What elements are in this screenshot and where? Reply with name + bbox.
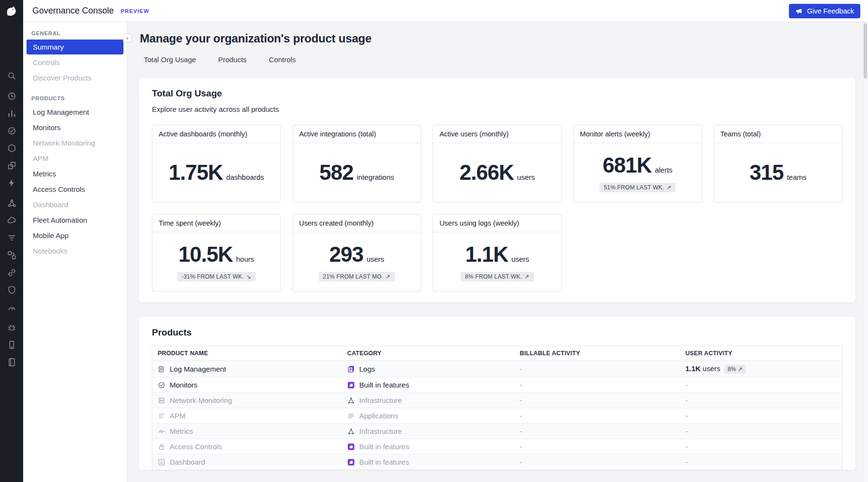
stat-title: Users created (monthly) <box>293 214 420 232</box>
stat-body: 10.5Khours-31% FROM LAST WK. ↘ <box>152 232 280 291</box>
stat-title: Monitor alerts (weekly) <box>574 125 702 143</box>
sidebar-item-metrics[interactable]: Metrics <box>27 166 123 181</box>
service-management-icon[interactable] <box>6 302 17 313</box>
synthetics-icon[interactable] <box>6 267 17 278</box>
user-activity-empty: - <box>685 442 688 451</box>
trend-up-icon: ↗ <box>738 366 743 373</box>
integrations-icon[interactable] <box>6 160 17 171</box>
apm-icon[interactable] <box>6 198 17 209</box>
give-feedback-button[interactable]: Give Feedback <box>789 4 860 18</box>
scrollbar-track[interactable] <box>863 22 868 482</box>
stat-value: 2.66K <box>460 161 514 185</box>
preview-badge: PREVIEW <box>121 8 149 14</box>
product-name: Metrics <box>170 427 193 435</box>
sidebar-collapse-button[interactable] <box>123 34 132 42</box>
page-title: Manage your organization's product usage <box>140 32 855 45</box>
notebooks-icon[interactable] <box>6 357 17 368</box>
product-rail <box>0 0 23 482</box>
stat-value: 10.5K <box>178 242 232 267</box>
sidebar-item-network-monitoring: Network Monitoring <box>27 135 123 150</box>
monitors-icon[interactable] <box>6 125 17 136</box>
sidebar-item-access-controls[interactable]: Access Controls <box>27 182 123 197</box>
stat-unit: teams <box>787 173 807 181</box>
ci-icon[interactable] <box>6 250 17 261</box>
product-row-apm: APMApplications-- <box>152 408 842 424</box>
app-shell: Governance Console PREVIEW Give Feedback… <box>23 0 868 482</box>
sidebar-item-controls: Controls <box>27 55 123 70</box>
logs-icon[interactable] <box>6 232 17 243</box>
bug-icon[interactable] <box>6 322 17 333</box>
app-root: Governance Console PREVIEW Give Feedback… <box>0 0 868 482</box>
tab-products[interactable]: Products <box>218 55 246 64</box>
product-row-access-controls: Access ControlsBuilt in features-- <box>152 439 842 455</box>
product-name: Monitors <box>170 381 198 389</box>
datadog-icon <box>347 381 355 389</box>
user-activity-unit: users <box>703 364 720 373</box>
compliance-icon[interactable] <box>6 284 17 295</box>
user-activity-empty: - <box>685 381 688 389</box>
stat-unit: hours <box>236 255 255 263</box>
sidebar-item-mobile-app[interactable]: Mobile App <box>27 228 123 243</box>
sidebar-item-log-management[interactable]: Log Management <box>27 105 123 120</box>
content-row: GENERALSummaryControlsDiscover ProductsP… <box>23 22 868 482</box>
trend-badge: 21% FROM LAST MO. ↗ <box>319 272 395 281</box>
billable-activity: - <box>520 458 522 466</box>
search-icon[interactable] <box>6 70 17 81</box>
category-name: Infrastructure <box>359 427 402 435</box>
product-name: Dashboard <box>170 458 205 466</box>
trend-up-icon: ↗ <box>525 273 529 280</box>
history-icon[interactable] <box>6 91 17 102</box>
logs-icon <box>347 365 355 373</box>
scrollbar-thumb[interactable] <box>864 23 867 79</box>
category-name: Built in features <box>359 442 409 451</box>
infrastructure-icon[interactable] <box>6 143 17 154</box>
stat-title: Teams (total) <box>714 125 842 143</box>
billable-activity: - <box>520 442 522 451</box>
sidebar-item-monitors[interactable]: Monitors <box>27 120 123 135</box>
infra-icon <box>347 428 355 435</box>
metrics-icon[interactable] <box>6 108 17 119</box>
tab-controls[interactable]: Controls <box>269 55 296 64</box>
stat-unit: users <box>366 255 384 263</box>
tab-total-org-usage[interactable]: Total Org Usage <box>144 55 196 64</box>
trend-badge: -31% FROM LAST WK. ↘ <box>177 272 256 281</box>
product-row-network-monitoring: Network MonitoringInfrastructure-- <box>152 393 842 408</box>
stat-body: 1.75Kdashboards <box>152 143 280 202</box>
product-row-monitors[interactable]: MonitorsBuilt in features-- <box>152 377 842 393</box>
events-icon[interactable] <box>6 177 17 188</box>
products-card: Products PRODUCT NAMECATEGORYBILLABLE AC… <box>139 317 855 470</box>
datadog-logo-icon[interactable] <box>0 0 23 22</box>
user-activity: - <box>680 439 842 455</box>
stat-title: Time spent (weekly) <box>152 214 280 232</box>
trend-badge: 8% FROM LAST WK. ↗ <box>461 272 534 281</box>
product-name: Access Controls <box>170 442 222 451</box>
user-activity: - <box>680 424 842 439</box>
stat-body: 582integrations <box>293 143 420 202</box>
user-activity-value: 1.1K <box>685 364 701 373</box>
stat-card-monitor-alerts-weekly-: Monitor alerts (weekly)681Kalerts51% FRO… <box>573 125 702 202</box>
datadog-icon <box>347 458 355 466</box>
category-name: Logs <box>359 365 375 373</box>
user-activity-empty: - <box>685 427 688 435</box>
product-name: Network Monitoring <box>170 396 232 404</box>
billable-activity: - <box>520 381 522 389</box>
product-row-log-management[interactable]: Log ManagementLogs-1.1K users8% ↗ <box>152 361 842 377</box>
column-header-user-activity: USER ACTIVITY <box>680 346 842 361</box>
dashboard-icon <box>158 458 165 466</box>
user-activity: - <box>680 455 842 470</box>
top-bar: Governance Console PREVIEW Give Feedback <box>23 0 868 22</box>
stat-unit: integrations <box>357 173 394 181</box>
products-table: PRODUCT NAMECATEGORYBILLABLE ACTIVITYUSE… <box>152 346 842 470</box>
user-activity: - <box>680 408 842 424</box>
usage-card-title: Total Org Usage <box>152 88 842 99</box>
security-icon[interactable] <box>6 215 17 226</box>
column-header-billable-activity: BILLABLE ACTIVITY <box>515 346 680 361</box>
stat-value: 1.75K <box>169 161 223 185</box>
lock-icon <box>158 443 165 451</box>
sidebar-item-fleet-automation[interactable]: Fleet Automation <box>27 213 123 228</box>
mobile-icon[interactable] <box>6 339 17 350</box>
billable-activity: - <box>520 427 522 435</box>
user-activity-empty: - <box>685 458 688 466</box>
sidebar-item-dashboard: Dashboard <box>27 197 123 212</box>
sidebar-item-summary[interactable]: Summary <box>27 40 123 54</box>
